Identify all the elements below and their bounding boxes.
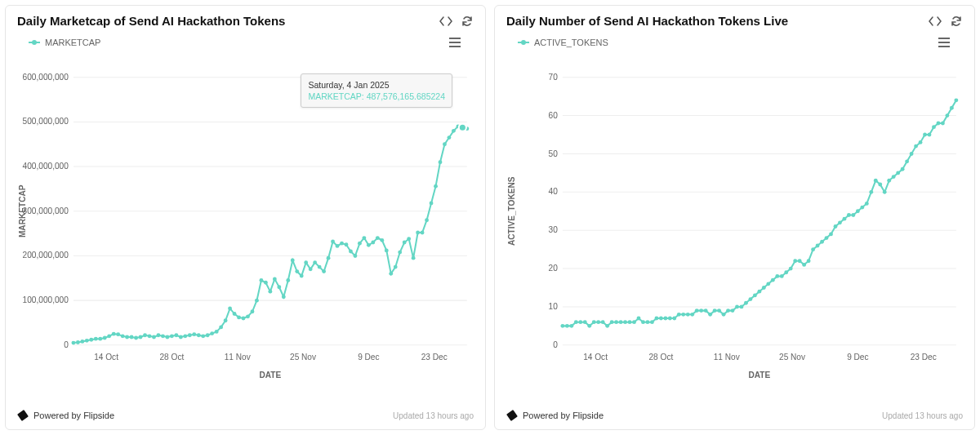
svg-point-199: [843, 217, 847, 221]
svg-point-162: [677, 313, 681, 317]
panel-actions: [439, 15, 474, 28]
panel-footer: Powered by Flipside Updated 13 hours ago: [6, 403, 485, 429]
svg-point-220: [937, 122, 941, 126]
plot-area-active-tokens[interactable]: 01020304050607014 Oct28 Oct11 Nov25 Nov9…: [503, 52, 966, 400]
svg-point-111: [459, 124, 466, 131]
svg-point-104: [439, 160, 443, 164]
svg-point-53: [210, 331, 214, 335]
updated-label: Updated 13 hours ago: [882, 411, 963, 420]
svg-text:23 Dec: 23 Dec: [911, 353, 937, 362]
svg-point-42: [161, 334, 165, 338]
svg-point-179: [753, 293, 757, 297]
svg-point-178: [748, 297, 752, 301]
svg-point-182: [766, 282, 770, 286]
refresh-icon[interactable]: [461, 15, 474, 28]
flipside-logo-icon: [506, 409, 519, 422]
svg-point-169: [708, 313, 712, 317]
svg-point-186: [784, 270, 788, 274]
svg-point-171: [717, 308, 721, 313]
svg-point-68: [277, 285, 281, 289]
svg-text:500,000,000: 500,000,000: [23, 117, 69, 126]
svg-point-60: [242, 317, 246, 321]
svg-text:100,000,000: 100,000,000: [23, 295, 69, 304]
svg-point-188: [793, 259, 797, 263]
svg-text:30: 30: [549, 225, 559, 234]
powered-by[interactable]: Powered by Flipside: [506, 410, 604, 421]
svg-point-29: [103, 336, 107, 340]
panel-title: Daily Marketcap of Send AI Hackathon Tok…: [17, 14, 285, 28]
panel-actions: [929, 15, 963, 28]
svg-point-148: [614, 320, 618, 324]
powered-by[interactable]: Powered by Flipside: [17, 410, 114, 421]
svg-point-207: [878, 183, 882, 187]
svg-text:DATE: DATE: [748, 371, 770, 380]
svg-point-92: [385, 248, 389, 252]
svg-point-102: [430, 202, 434, 206]
svg-text:50: 50: [549, 149, 559, 158]
svg-point-183: [771, 278, 775, 282]
svg-point-81: [336, 244, 340, 248]
svg-point-141: [583, 320, 587, 324]
refresh-icon[interactable]: [950, 15, 963, 28]
svg-point-157: [654, 317, 658, 321]
svg-point-223: [950, 106, 954, 110]
svg-point-213: [905, 159, 909, 163]
svg-point-187: [789, 267, 793, 271]
svg-point-28: [98, 337, 102, 341]
svg-point-41: [157, 333, 161, 337]
svg-point-173: [726, 308, 730, 313]
svg-point-196: [829, 232, 833, 236]
svg-point-217: [923, 133, 927, 137]
code-icon[interactable]: [439, 15, 452, 28]
svg-point-177: [744, 301, 748, 305]
svg-point-219: [932, 125, 936, 129]
svg-point-214: [910, 152, 914, 156]
svg-point-172: [722, 313, 726, 317]
svg-point-167: [699, 308, 703, 313]
legend-item-active-tokens[interactable]: ACTIVE_TOKENS: [518, 37, 608, 48]
svg-point-80: [331, 240, 335, 244]
svg-point-176: [740, 305, 744, 309]
svg-point-77: [318, 265, 322, 269]
svg-point-76: [313, 260, 317, 264]
svg-point-208: [883, 190, 887, 194]
svg-point-90: [376, 236, 380, 240]
legend-item-marketcap[interactable]: MARKETCAP: [29, 37, 100, 48]
svg-point-94: [394, 265, 398, 269]
svg-point-181: [762, 286, 766, 290]
svg-point-212: [901, 167, 905, 171]
svg-point-152: [632, 320, 636, 324]
panel-footer: Powered by Flipside Updated 13 hours ago: [495, 403, 974, 429]
line-chart-active-tokens[interactable]: 01020304050607014 Oct28 Oct11 Nov25 Nov9…: [503, 52, 966, 400]
svg-point-198: [838, 220, 842, 224]
svg-point-143: [592, 320, 596, 324]
code-icon[interactable]: [929, 15, 942, 28]
svg-point-149: [619, 320, 623, 324]
svg-point-192: [811, 247, 815, 251]
svg-point-73: [300, 274, 304, 278]
svg-point-24: [80, 340, 84, 344]
svg-point-155: [646, 320, 650, 324]
svg-point-83: [345, 242, 349, 246]
svg-point-204: [865, 202, 869, 206]
svg-point-140: [578, 320, 582, 324]
chart-menu-icon[interactable]: [448, 36, 462, 49]
line-chart-marketcap[interactable]: 0100,000,000200,000,000300,000,000400,00…: [14, 52, 477, 400]
svg-point-67: [273, 277, 277, 281]
plot-area-marketcap[interactable]: 0100,000,000200,000,000300,000,000400,00…: [14, 52, 477, 400]
svg-point-54: [215, 330, 219, 334]
svg-point-99: [416, 231, 420, 235]
svg-text:28 Oct: 28 Oct: [159, 353, 184, 362]
legend-marker-icon: [29, 37, 40, 48]
svg-point-144: [596, 320, 600, 324]
svg-text:10: 10: [549, 302, 559, 311]
svg-point-84: [349, 250, 353, 254]
svg-point-216: [919, 140, 923, 144]
svg-point-193: [816, 244, 820, 248]
svg-point-34: [125, 335, 129, 340]
chart-menu-icon[interactable]: [937, 36, 951, 49]
svg-point-221: [941, 122, 945, 126]
svg-point-69: [282, 295, 286, 299]
svg-text:600,000,000: 600,000,000: [23, 73, 69, 82]
flipside-logo-icon: [16, 409, 29, 422]
